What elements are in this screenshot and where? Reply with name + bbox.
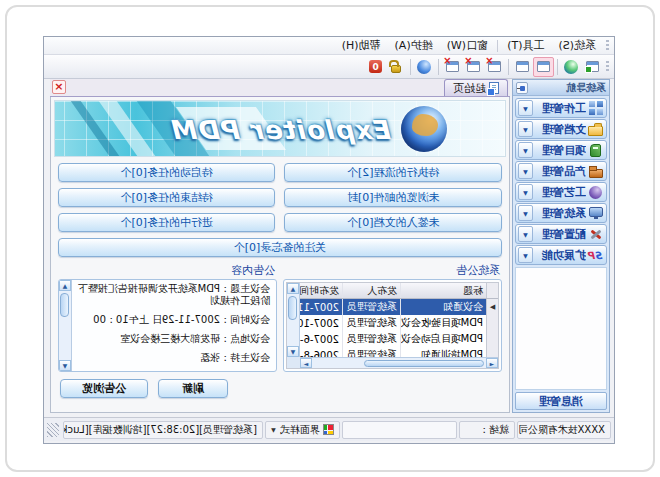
window-button[interactable] <box>512 57 533 77</box>
nav-item-document-management[interactable]: 文档管理 ▼ <box>515 119 607 139</box>
horizontal-scrollbar[interactable]: ◄ ► <box>300 357 498 368</box>
window-active-button[interactable] <box>533 57 554 77</box>
sphere-globe-icon <box>418 60 432 74</box>
nav-item-product-management[interactable]: 产品管理 ▼ <box>515 161 607 181</box>
toolbar-separator <box>438 59 439 75</box>
scroll-right-icon[interactable]: ► <box>300 358 312 368</box>
pending-flows-button[interactable]: 待执行的流程[2]个 <box>285 163 503 182</box>
nav-item-message-management[interactable]: 消息管理 <box>515 392 607 410</box>
nav-item-label: 工作管理 <box>533 101 586 116</box>
close-tab-button[interactable]: × <box>52 80 66 94</box>
lock-button[interactable] <box>386 57 407 77</box>
menu-system[interactable]: 系统(S) <box>551 36 603 55</box>
folder-icon <box>588 121 604 137</box>
window-close-button-1[interactable] <box>484 57 505 77</box>
menu-maintain[interactable]: 维护(A) <box>388 36 440 55</box>
chevron-down-icon[interactable]: ▼ <box>518 121 533 137</box>
announcements-title: 系统公告 <box>283 263 500 278</box>
status-empty-cell <box>342 421 457 439</box>
content-box: 会议主题：PDM系统开发调研报告汇报暨下阶段工作规划 会议时间：2007-11-… <box>58 279 277 372</box>
table-header-row: 标题 发布人 发布时间 <box>287 283 498 299</box>
pushpin-icon[interactable] <box>516 82 528 94</box>
palette-icon <box>323 424 334 435</box>
menu-tools[interactable]: 工具(T) <box>500 36 551 55</box>
sphere-globe-button[interactable] <box>414 57 435 77</box>
column-header-title[interactable]: 标题 <box>400 283 486 298</box>
tasks-to-finish-button[interactable]: 待结束的任务[0]个 <box>58 188 276 207</box>
unread-mail-button[interactable]: 未浏览的邮件[0]封 <box>285 188 503 207</box>
toolbar-grip[interactable] <box>606 61 609 73</box>
window-close-button-2[interactable] <box>463 57 484 77</box>
earth-globe-button[interactable] <box>561 57 582 77</box>
nav-item-project-management[interactable]: 项目管理 ▼ <box>515 140 607 160</box>
vertical-scrollbar[interactable]: ▲ ▼ <box>287 283 300 357</box>
row-selector-arrow: ▶ <box>486 299 498 315</box>
scroll-down-icon[interactable]: ▼ <box>287 346 299 357</box>
nav-item-label: 产品管理 <box>533 164 586 179</box>
window-active-icon <box>537 61 550 72</box>
chevron-down-icon[interactable]: ▼ <box>518 163 533 179</box>
resize-grip[interactable] <box>47 423 59 437</box>
scrollbar-thumb[interactable] <box>289 296 298 320</box>
unchecked-docs-button[interactable]: 未签入的文档[0]个 <box>285 213 503 232</box>
nav-item-config-management[interactable]: 配置管理 ▼ <box>515 224 607 244</box>
chevron-down-icon[interactable]: ▼ <box>518 184 533 200</box>
chevron-down-icon[interactable]: ▼ <box>518 247 533 263</box>
menu-window[interactable]: 窗口(W) <box>440 36 495 55</box>
scrollbar-corner <box>287 357 300 368</box>
nav-items: 工作管理 ▼ 文档管理 ▼ 项目管理 ▼ 产品 <box>513 96 609 268</box>
screen: 系统(S) 工具(T) 窗口(W) 维护(A) 帮助(H) 0 <box>0 0 660 477</box>
refresh-button[interactable]: 刷新 <box>158 379 228 398</box>
window-new-icon <box>586 61 599 72</box>
nav-item-extensions[interactable]: SP 扩展功能 ▼ <box>515 245 607 265</box>
tab-label: 起始页 <box>453 81 486 96</box>
chevron-down-icon[interactable]: ▼ <box>518 205 533 221</box>
nav-item-process-management[interactable]: 工艺管理 ▼ <box>515 182 607 202</box>
vertical-scrollbar[interactable]: ▲ ▼ <box>59 280 72 371</box>
menubar-grip[interactable] <box>606 40 609 52</box>
window-close-button-3[interactable] <box>442 57 463 77</box>
block-zero-icon: 0 <box>369 60 382 73</box>
chevron-down-icon[interactable]: ▼ <box>518 142 533 158</box>
content-title: 公告内容 <box>58 263 275 278</box>
system-nav-panel: 系统导航 工作管理 ▼ 文档管理 ▼ <box>512 79 610 413</box>
nav-item-label: 系统管理 <box>533 206 586 221</box>
cell-publisher: 系统管理员 <box>342 315 400 331</box>
toolbar-separator <box>557 59 558 75</box>
content-buttons: 刷新 公告浏览 <box>58 379 277 398</box>
scrollbar-thumb[interactable] <box>364 360 484 367</box>
nav-item-system-management[interactable]: 系统管理 ▼ <box>515 203 607 223</box>
nav-item-label: 文档管理 <box>533 122 586 137</box>
cell-publisher: 系统管理员 <box>342 299 400 315</box>
logo-text: Exploiter PDM <box>173 115 393 145</box>
menu-help[interactable]: 帮助(H) <box>335 36 388 55</box>
bottom-panels: 系统公告 标题 发布人 发布时间 <box>58 261 502 398</box>
nav-item-work-management[interactable]: 工作管理 ▼ <box>515 98 607 118</box>
table-row[interactable]: ▶ 会议通知 系统管理员 2007-11-25 16 <box>287 299 498 315</box>
scroll-up-icon[interactable]: ▲ <box>287 283 299 294</box>
tasks-to-start-button[interactable]: 待启动的任务[0]个 <box>58 163 276 182</box>
scrollbar-thumb[interactable] <box>61 293 70 317</box>
chevron-down-icon[interactable]: ▼ <box>518 226 533 242</box>
config-tools-icon <box>588 226 604 242</box>
announcements-panel: 系统公告 标题 发布人 发布时间 <box>283 261 502 398</box>
watched-memos-button[interactable]: 关注的备忘录[0]个 <box>58 238 502 257</box>
browse-announcements-button[interactable]: 公告浏览 <box>60 379 148 398</box>
scroll-up-icon[interactable]: ▲ <box>59 280 71 291</box>
nav-item-label: 配置管理 <box>533 227 586 242</box>
system-monitor-icon <box>588 205 604 221</box>
table-row[interactable]: PDM项目验收会议 系统管理员 2007-10-15 11 <box>287 315 498 331</box>
tasks-in-progress-button[interactable]: 进行中的任务[0]个 <box>58 213 276 232</box>
announcements-table: 标题 发布人 发布时间 ▶ 会议通知 系统管理员 2007-11-25 16 <box>286 282 499 369</box>
nav-title: 系统导航 <box>528 81 606 95</box>
scroll-down-icon[interactable]: ▼ <box>59 360 71 371</box>
nav-empty-area <box>515 267 607 390</box>
scroll-left-icon[interactable]: ◄ <box>486 358 498 368</box>
table-row[interactable]: PDM项目启动会议 系统管理员 2007-6-6 14:5 <box>287 331 498 347</box>
tab-start-page[interactable]: 起始页 <box>444 79 508 96</box>
column-header-publisher[interactable]: 发布人 <box>342 283 400 298</box>
window-new-button[interactable] <box>582 57 603 77</box>
ui-style-selector[interactable]: 界面样式 ▼ <box>265 421 340 439</box>
chevron-down-icon[interactable]: ▼ <box>518 100 533 116</box>
block-zero-button[interactable]: 0 <box>365 57 386 77</box>
